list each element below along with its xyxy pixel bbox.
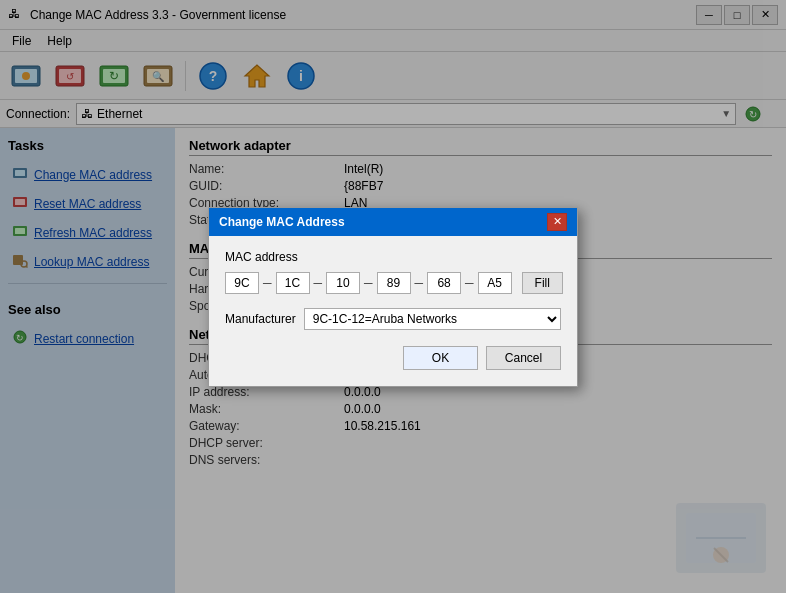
modal-close-button[interactable]: ✕ [547, 213, 567, 231]
modal-overlay: Change MAC Address ✕ MAC address ─ ─ ─ ─… [0, 0, 786, 593]
ok-button[interactable]: OK [403, 346, 478, 370]
cancel-button[interactable]: Cancel [486, 346, 561, 370]
mac-sep-5: ─ [465, 276, 474, 290]
modal-title-bar: Change MAC Address ✕ [209, 208, 577, 236]
mac-sep-3: ─ [364, 276, 373, 290]
mac-sep-2: ─ [314, 276, 323, 290]
mac-sep-4: ─ [415, 276, 424, 290]
mac-sep-1: ─ [263, 276, 272, 290]
modal-buttons-row: OK Cancel [225, 346, 561, 370]
mac-field-2[interactable] [276, 272, 310, 294]
mac-field-4[interactable] [377, 272, 411, 294]
manufacturer-label: Manufacturer [225, 312, 296, 326]
modal-body: MAC address ─ ─ ─ ─ ─ Fill Manufacturer [209, 236, 577, 384]
mac-field-6[interactable] [478, 272, 512, 294]
manufacturer-row: Manufacturer 9C-1C-12=Aruba Networks Ran… [225, 308, 561, 330]
mac-field-1[interactable] [225, 272, 259, 294]
fill-button[interactable]: Fill [522, 272, 563, 294]
change-mac-dialog: Change MAC Address ✕ MAC address ─ ─ ─ ─… [208, 207, 578, 387]
manufacturer-select[interactable]: 9C-1C-12=Aruba Networks Random Custom [304, 308, 561, 330]
mac-field-3[interactable] [326, 272, 360, 294]
mac-field-5[interactable] [427, 272, 461, 294]
mac-fields-row: ─ ─ ─ ─ ─ Fill [225, 272, 561, 294]
mac-address-label: MAC address [225, 250, 561, 264]
modal-title-text: Change MAC Address [219, 215, 345, 229]
